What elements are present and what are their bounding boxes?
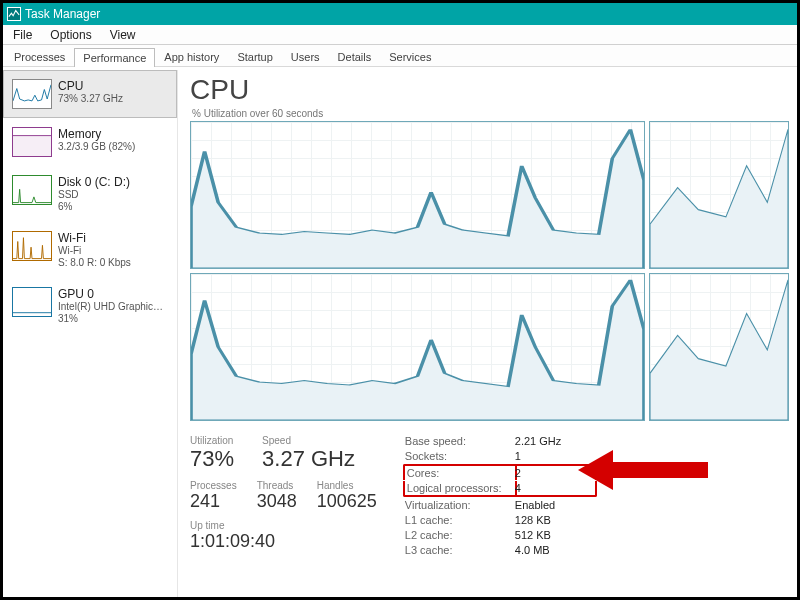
performance-main: CPU % Utilization over 60 seconds xyxy=(178,70,797,597)
sidebar-disk-title: Disk 0 (C: D:) xyxy=(58,175,130,189)
value-uptime: 1:01:09:40 xyxy=(190,531,377,552)
memory-spark-icon xyxy=(12,127,52,157)
sidebar-item-gpu[interactable]: GPU 0 Intel(R) UHD Graphic… 31% xyxy=(3,278,177,334)
tab-app-history[interactable]: App history xyxy=(155,47,228,66)
menu-options[interactable]: Options xyxy=(42,26,99,44)
svg-rect-0 xyxy=(13,136,51,157)
v-virt: Enabled xyxy=(515,499,595,511)
performance-sidebar: CPU 73% 3.27 GHz Memory 3.2/3.9 GB (82%) xyxy=(3,70,178,597)
value-handles: 100625 xyxy=(317,491,377,512)
disk-spark-icon xyxy=(12,175,52,205)
k-sockets: Sockets: xyxy=(405,450,515,462)
sidebar-item-disk[interactable]: Disk 0 (C: D:) SSD 6% xyxy=(3,166,177,222)
window-titlebar[interactable]: Task Manager xyxy=(3,3,797,25)
cpu-chart-grid xyxy=(190,121,789,421)
k-lproc: Logical processors: xyxy=(403,481,517,497)
sidebar-wifi-sub2: S: 8.0 R: 0 Kbps xyxy=(58,257,131,269)
sidebar-memory-sub: 3.2/3.9 GB (82%) xyxy=(58,141,135,153)
k-l2: L2 cache: xyxy=(405,529,515,541)
cpu-chart-1[interactable] xyxy=(649,121,789,269)
sidebar-wifi-sub1: Wi-Fi xyxy=(58,245,131,257)
k-base-speed: Base speed: xyxy=(405,435,515,447)
label-processes: Processes xyxy=(190,480,237,491)
value-utilization: 73% xyxy=(190,446,234,472)
tab-startup[interactable]: Startup xyxy=(228,47,281,66)
sidebar-disk-sub2: 6% xyxy=(58,201,130,213)
sidebar-item-wifi[interactable]: Wi-Fi Wi-Fi S: 8.0 R: 0 Kbps xyxy=(3,222,177,278)
v-l1: 128 KB xyxy=(515,514,595,526)
menubar: File Options View xyxy=(3,25,797,45)
app-icon xyxy=(7,7,21,21)
sidebar-gpu-title: GPU 0 xyxy=(58,287,163,301)
label-handles: Handles xyxy=(317,480,377,491)
tab-processes[interactable]: Processes xyxy=(5,47,74,66)
k-l3: L3 cache: xyxy=(405,544,515,556)
cpu-spark-icon xyxy=(12,79,52,109)
value-threads: 3048 xyxy=(257,491,297,512)
tab-performance[interactable]: Performance xyxy=(74,48,155,67)
annotation-arrow-icon xyxy=(578,445,708,495)
k-cores: Cores: xyxy=(403,464,517,480)
wifi-spark-icon xyxy=(12,231,52,261)
tabstrip: Processes Performance App history Startu… xyxy=(3,45,797,67)
sidebar-wifi-title: Wi-Fi xyxy=(58,231,131,245)
label-speed: Speed xyxy=(262,435,355,446)
v-l3: 4.0 MB xyxy=(515,544,595,556)
menu-file[interactable]: File xyxy=(5,26,40,44)
label-uptime: Up time xyxy=(190,520,377,531)
value-speed: 3.27 GHz xyxy=(262,446,355,472)
sidebar-gpu-sub1: Intel(R) UHD Graphic… xyxy=(58,301,163,313)
value-processes: 241 xyxy=(190,491,237,512)
sidebar-item-memory[interactable]: Memory 3.2/3.9 GB (82%) xyxy=(3,118,177,166)
label-threads: Threads xyxy=(257,480,297,491)
tab-users[interactable]: Users xyxy=(282,47,329,66)
gpu-spark-icon xyxy=(12,287,52,317)
window-title: Task Manager xyxy=(25,7,100,21)
menu-view[interactable]: View xyxy=(102,26,144,44)
sidebar-cpu-sub: 73% 3.27 GHz xyxy=(58,93,123,105)
sidebar-cpu-title: CPU xyxy=(58,79,123,93)
cpu-chart-2[interactable] xyxy=(190,273,645,421)
cpu-chart-3[interactable] xyxy=(649,273,789,421)
k-l1: L1 cache: xyxy=(405,514,515,526)
svg-marker-2 xyxy=(578,450,708,490)
sidebar-memory-title: Memory xyxy=(58,127,135,141)
cpu-chart-0[interactable] xyxy=(190,121,645,269)
sidebar-item-cpu[interactable]: CPU 73% 3.27 GHz xyxy=(3,70,177,118)
chart-caption: % Utilization over 60 seconds xyxy=(192,108,789,119)
tab-details[interactable]: Details xyxy=(329,47,381,66)
sidebar-disk-sub1: SSD xyxy=(58,189,130,201)
v-l2: 512 KB xyxy=(515,529,595,541)
label-utilization: Utilization xyxy=(190,435,234,446)
page-title: CPU xyxy=(190,74,789,106)
tab-services[interactable]: Services xyxy=(380,47,440,66)
k-virt: Virtualization: xyxy=(405,499,515,511)
sidebar-gpu-sub2: 31% xyxy=(58,313,163,325)
